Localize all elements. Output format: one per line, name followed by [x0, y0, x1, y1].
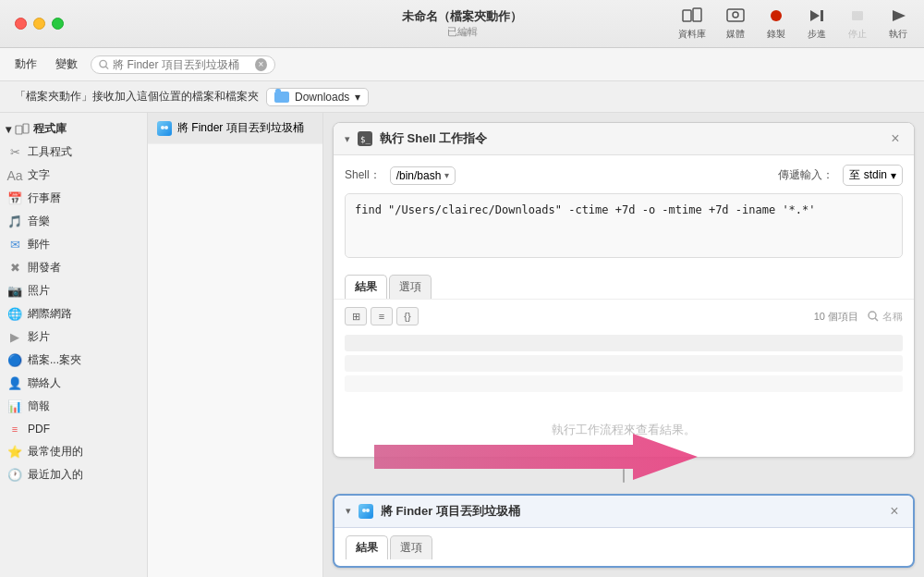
advance-icon — [806, 6, 828, 25]
sidebar-item-photo[interactable]: 📷 照片 — [0, 279, 147, 302]
library-button[interactable]: 資料庫 — [678, 6, 706, 41]
dev-icon: ✖ — [7, 261, 22, 276]
calendar-icon: 📅 — [7, 191, 22, 206]
traffic-lights — [15, 18, 64, 30]
sidebar-photo-label: 照片 — [28, 283, 50, 299]
grid-view-button[interactable]: ⊞ — [345, 307, 367, 325]
close-button[interactable] — [15, 18, 27, 30]
pass-input-label: 傳遞輸入： — [778, 167, 833, 183]
shell-card-close-button[interactable]: × — [888, 131, 903, 146]
pass-input-select[interactable]: 至 stdin ▾ — [843, 165, 903, 186]
window-title: 未命名（檔案夾動作） — [402, 8, 522, 25]
trash-tab-results[interactable]: 結果 — [346, 535, 388, 559]
sidebar-item-files[interactable]: 🔵 檔案...案夾 — [0, 349, 147, 372]
sidebar-dev-label: 開發者 — [28, 260, 61, 276]
folder-dropdown[interactable]: Downloads ▾ — [266, 88, 369, 106]
workflow-panel: 將 Finder 項目丟到垃圾桶 — [148, 113, 323, 577]
sidebar-item-video[interactable]: ▶ 影片 — [0, 325, 147, 349]
pass-input-chevron-icon: ▾ — [891, 169, 896, 182]
run-button[interactable]: 執行 — [887, 6, 909, 41]
results-search-icon — [868, 311, 879, 322]
shell-action-card: ▾ $_ 執行 Shell 工作指令 × Shell： /bin/bash ▾ … — [333, 122, 915, 458]
sidebar-music-label: 音樂 — [28, 214, 50, 229]
list-view-button[interactable]: ≡ — [371, 307, 393, 325]
sidebar-item-text[interactable]: Aa 文字 — [0, 164, 147, 187]
detail-view-button[interactable]: {} — [396, 307, 419, 325]
sidebar-item-dev[interactable]: ✖ 開發者 — [0, 256, 147, 279]
actionbar: 動作 變數 × — [0, 48, 924, 81]
workflow-item-label: 將 Finder 項目丟到垃圾桶 — [177, 120, 304, 136]
variable-button[interactable]: 變數 — [50, 55, 83, 74]
sidebar-contact-label: 聯絡人 — [28, 375, 61, 391]
shell-select[interactable]: /bin/bash ▾ — [390, 166, 456, 185]
media-button[interactable]: 媒體 — [724, 6, 747, 41]
svg-rect-1 — [693, 8, 701, 21]
svg-marker-5 — [810, 10, 820, 21]
title-area: 未命名（檔案夾動作） 已編輯 — [402, 8, 522, 39]
svg-point-18 — [869, 312, 876, 319]
trash-card-header: ▾ 將 Finder 項目丟到垃圾桶 — [334, 496, 913, 528]
command-area[interactable]: find "/Users/clairec/Downloads" -ctime +… — [345, 193, 903, 258]
trash-card-close-button[interactable]: × — [887, 504, 902, 519]
pass-input-value: 至 stdin — [849, 167, 887, 183]
shell-tab-options[interactable]: 選項 — [389, 275, 432, 299]
shell-config-row: Shell： /bin/bash ▾ 傳遞輸入： 至 stdin ▾ — [345, 165, 903, 186]
shell-value: /bin/bash — [396, 169, 442, 182]
record-button[interactable]: 錄製 — [765, 6, 787, 41]
sidebar-tools-label: 工具程式 — [28, 144, 72, 160]
action-button[interactable]: 動作 — [9, 55, 43, 74]
recent-icon: 🕐 — [7, 468, 22, 483]
svg-marker-8 — [893, 10, 906, 21]
shell-label: Shell： — [345, 167, 381, 183]
folder-dropdown-chevron: ▾ — [355, 91, 360, 104]
advance-button[interactable]: 步進 — [806, 6, 828, 41]
shell-card-title: 執行 Shell 工作指令 — [380, 130, 881, 147]
media-icon — [724, 6, 747, 25]
expand-shell-icon: ▾ — [345, 133, 350, 145]
sidebar-item-favorites[interactable]: ⭐ 最常使用的 — [0, 440, 147, 463]
svg-point-9 — [100, 60, 106, 67]
sidebar: ▾ 程式庫 ✂ 工具程式 Aa 文字 📅 行事曆 🎵 音樂 ✉ 郵件 — [0, 113, 148, 577]
sidebar-item-contact[interactable]: 👤 聯絡人 — [0, 372, 147, 395]
finder-workflow-icon — [157, 121, 172, 136]
sidebar-item-mail[interactable]: ✉ 郵件 — [0, 233, 147, 256]
sidebar-item-music[interactable]: 🎵 音樂 — [0, 210, 147, 233]
svg-line-19 — [875, 318, 878, 321]
svg-rect-6 — [821, 10, 823, 21]
results-name-label: 名稱 — [882, 310, 903, 324]
maximize-button[interactable] — [52, 18, 64, 30]
trash-tab-options[interactable]: 選項 — [390, 535, 432, 559]
editor-area: ▾ $_ 執行 Shell 工作指令 × Shell： /bin/bash ▾ … — [323, 113, 924, 577]
text-icon: Aa — [7, 168, 22, 183]
sidebar-section-library[interactable]: ▾ 程式庫 — [0, 117, 147, 141]
minimize-button[interactable] — [33, 18, 45, 30]
folder-action-bar: 「檔案夾動作」接收加入這個位置的檔案和檔案夾 Downloads ▾ — [0, 81, 924, 113]
search-input[interactable] — [113, 58, 251, 71]
sidebar-network-label: 網際網路 — [28, 306, 72, 322]
shell-card-icon: $_ — [358, 131, 372, 146]
expand-trash-icon: ▾ — [346, 505, 351, 517]
sidebar-item-network[interactable]: 🌐 網際網路 — [0, 302, 147, 325]
trash-action-card: ▾ 將 Finder 項目丟到垃圾桶 — [333, 494, 915, 568]
svg-rect-12 — [23, 124, 29, 133]
workflow-item[interactable]: 將 Finder 項目丟到垃圾桶 — [148, 113, 322, 144]
sidebar-calendar-label: 行事曆 — [28, 190, 61, 206]
library-icon — [681, 6, 703, 25]
sidebar-item-recent[interactable]: 🕐 最近加入的 — [0, 463, 147, 486]
sidebar-item-tools[interactable]: ✂ 工具程式 — [0, 141, 147, 164]
sidebar-text-label: 文字 — [28, 167, 50, 183]
toolbar-right: 資料庫 媒體 錄製 — [678, 6, 909, 41]
folder-action-label: 「檔案夾動作」接收加入這個位置的檔案和檔案夾 — [15, 89, 259, 104]
search-clear-button[interactable]: × — [255, 58, 267, 71]
connector-line — [623, 469, 625, 483]
sidebar-item-pdf[interactable]: ≡ PDF — [0, 418, 147, 440]
sidebar-item-calendar[interactable]: 📅 行事曆 — [0, 187, 147, 210]
sidebar-recent-label: 最近加入的 — [28, 467, 83, 483]
shell-tab-results[interactable]: 結果 — [345, 275, 387, 299]
sidebar-item-note[interactable]: 📊 簡報 — [0, 395, 147, 418]
advance-label: 步進 — [808, 28, 826, 41]
run-icon — [887, 6, 909, 25]
shell-card-header: ▾ $_ 執行 Shell 工作指令 × — [334, 123, 914, 155]
stop-button[interactable]: 停止 — [846, 6, 869, 41]
svg-rect-11 — [16, 126, 22, 134]
